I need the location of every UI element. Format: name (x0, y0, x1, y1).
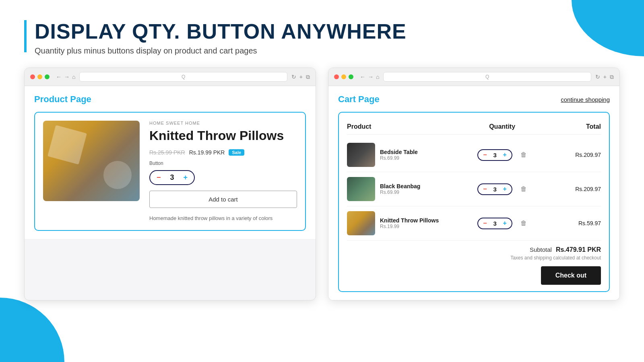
cart-item-product-0: Bedside Table Rs.69.99 (347, 143, 460, 167)
checkout-button[interactable]: Check out (541, 266, 601, 285)
cart-qty-val-0: 3 (492, 152, 498, 158)
cart-content-wrapper: Product Quantity Total Bedside Table Rs.… (338, 112, 610, 292)
browser-chrome-cart: ← → ⌂ Q ↻ + ⧉ (328, 68, 619, 86)
cart-page-label: Cart Page (338, 94, 380, 105)
cart-qty-stepper-1: − 3 + (477, 183, 512, 195)
add-to-cart-button[interactable]: Add to cart (149, 191, 297, 208)
cart-item-price-1: Rs.69.99 (380, 189, 420, 195)
product-description: Homemade knitted throw pillows in a vari… (149, 214, 297, 222)
tax-note: Taxes and shipping calculated at checkou… (347, 255, 601, 261)
cart-item-name-0: Bedside Table (380, 149, 418, 155)
browsers-row: ← → ⌂ Q ↻ + ⧉ Product Page HOME SWEET HO… (24, 68, 620, 300)
product-title: Knitted Throw Pillows (149, 128, 297, 143)
subtotal-label: Subtotal (530, 246, 552, 253)
browser-nav-product: ← → ⌂ (56, 74, 75, 80)
browser-actions-cart: ↻ + ⧉ (595, 74, 614, 80)
traffic-lights (30, 74, 50, 79)
cart-qty-stepper-0: − 3 + (477, 149, 512, 161)
cart-minus-2[interactable]: − (483, 220, 487, 226)
product-details: HOME SWEET HOME Knitted Throw Pillows Rs… (149, 121, 297, 222)
product-qty-stepper: − 3 + (149, 170, 195, 185)
cart-item-qty-0: − 3 + 🗑 (460, 149, 544, 161)
cart-item-price-2: Rs.19.99 (380, 224, 439, 229)
cart-minus-0[interactable]: − (483, 152, 487, 158)
col-quantity-label: Quantity (460, 123, 544, 130)
price-original: Rs.25.99 PKR (149, 149, 185, 156)
cart-qty-stepper-2: − 3 + (477, 218, 512, 229)
back-btn[interactable]: ← (56, 74, 62, 80)
continue-shopping-link[interactable]: continue shopping (561, 96, 610, 103)
traffic-lights-cart (334, 74, 353, 79)
cart-plus-1[interactable]: + (503, 186, 507, 192)
new-tab-btn[interactable]: + (299, 74, 303, 80)
cart-browser-window: ← → ⌂ Q ↻ + ⧉ Cart Page continue shoppin… (328, 68, 620, 300)
cart-window-btn[interactable]: ⧉ (610, 74, 614, 80)
qty-minus-btn[interactable]: − (157, 174, 161, 181)
tl-yellow[interactable] (37, 74, 42, 79)
product-browser-window: ← → ⌂ Q ↻ + ⧉ Product Page HOME SWEET HO… (24, 68, 316, 300)
cart-item-img-2 (347, 211, 375, 235)
cart-refresh-btn[interactable]: ↻ (595, 74, 600, 80)
cart-plus-0[interactable]: + (503, 152, 507, 158)
cart-page-header: Cart Page continue shopping (338, 94, 610, 105)
browser-actions-product: ↻ + ⧉ (291, 74, 310, 80)
product-browser-body: Product Page HOME SWEET HOME Knitted Thr… (25, 86, 316, 239)
cart-forward-btn[interactable]: → (368, 74, 374, 80)
browser-chrome-product: ← → ⌂ Q ↻ + ⧉ (25, 68, 316, 86)
col-total-label: Total (545, 123, 601, 130)
cart-item-qty-2: − 3 + 🗑 (460, 218, 544, 229)
cart-minus-1[interactable]: − (483, 186, 487, 192)
product-page-label: Product Page (34, 94, 306, 105)
cart-new-tab-btn[interactable]: + (603, 74, 607, 80)
window-btn[interactable]: ⧉ (306, 74, 310, 80)
cart-item: Knitted Throw Pillows Rs.19.99 − 3 + 🗑 (347, 206, 601, 241)
qty-value: 3 (168, 173, 176, 182)
cart-item-price-0: Rs.69.99 (380, 155, 418, 161)
cart-item-total-2: Rs.59.97 (545, 220, 601, 226)
cart-item-product-1: Black Beanbag Rs.69.99 (347, 177, 460, 201)
cart-qty-val-2: 3 (492, 220, 498, 227)
subtitle: Quantity plus minus buttons display on p… (35, 46, 407, 56)
main-title: DISPLAY QTY. BUTTON ANYWHERE (35, 20, 407, 43)
delete-item-1[interactable]: 🗑 (520, 185, 527, 193)
subtotal-value: Rs.479.91 PKR (556, 246, 601, 253)
cart-plus-2[interactable]: + (503, 220, 507, 226)
cart-item: Black Beanbag Rs.69.99 − 3 + 🗑 (347, 172, 601, 206)
page-header: DISPLAY QTY. BUTTON ANYWHERE Quantity pl… (24, 20, 620, 56)
cart-item-img-0 (347, 143, 375, 167)
cart-back-btn[interactable]: ← (360, 74, 365, 80)
subtotal-row: Subtotal Rs.479.91 PKR (347, 246, 601, 253)
cart-item-img-1 (347, 177, 375, 201)
cart-item-product-2: Knitted Throw Pillows Rs.19.99 (347, 211, 460, 235)
delete-item-2[interactable]: 🗑 (520, 220, 527, 227)
col-product-label: Product (347, 123, 460, 130)
tl-red[interactable] (30, 74, 35, 79)
qty-plus-btn[interactable]: + (184, 174, 188, 181)
refresh-btn[interactable]: ↻ (291, 74, 296, 80)
cart-item-total-0: Rs.209.97 (545, 152, 601, 158)
cart-tl-yellow[interactable] (341, 74, 346, 79)
price-sale: Rs.19.99 PKR (189, 149, 225, 156)
cart-tl-red[interactable] (334, 74, 339, 79)
delete-item-0[interactable]: 🗑 (520, 151, 527, 158)
price-row: Rs.25.99 PKR Rs.19.99 PKR Sale (149, 149, 297, 156)
address-bar-product[interactable]: Q (79, 72, 287, 82)
forward-btn[interactable]: → (64, 74, 70, 80)
cart-home-btn[interactable]: ⌂ (376, 74, 379, 80)
product-image (43, 121, 140, 201)
cart-qty-val-1: 3 (492, 186, 498, 193)
cart-browser-body: Cart Page continue shopping Product Quan… (328, 86, 619, 300)
address-bar-cart[interactable]: Q (383, 72, 591, 82)
cart-subtotal: Subtotal Rs.479.91 PKR Taxes and shippin… (347, 246, 601, 285)
brand-label: HOME SWEET HOME (149, 121, 297, 125)
cart-tl-green[interactable] (349, 74, 353, 79)
cart-table-header: Product Quantity Total (347, 119, 601, 135)
home-btn[interactable]: ⌂ (72, 74, 75, 80)
cart-item-qty-1: − 3 + 🗑 (460, 183, 544, 195)
browser-nav-cart: ← → ⌂ (360, 74, 379, 80)
cart-item-name-2: Knitted Throw Pillows (380, 217, 439, 224)
sale-badge: Sale (229, 149, 244, 156)
tl-green[interactable] (45, 74, 50, 79)
cart-item: Bedside Table Rs.69.99 − 3 + 🗑 (347, 138, 601, 172)
cart-item-name-1: Black Beanbag (380, 183, 420, 189)
